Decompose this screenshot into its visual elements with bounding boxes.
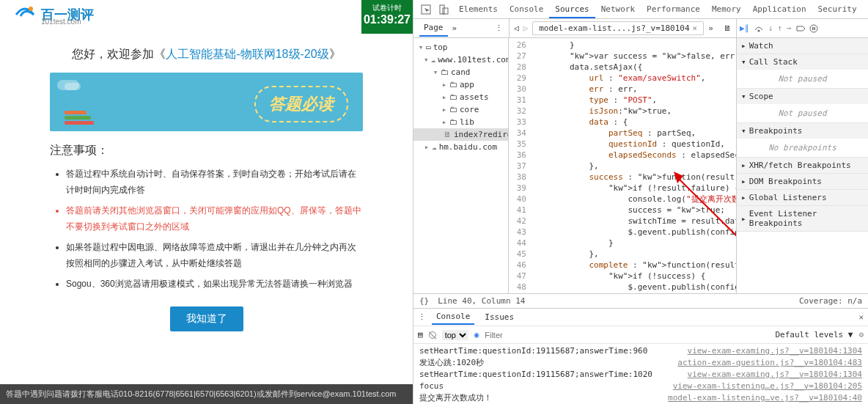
tree-folder[interactable]: ▸🗀assets: [413, 91, 508, 103]
callstack-label: Call Stack: [749, 57, 798, 67]
step-icon[interactable]: →: [787, 23, 792, 33]
clear-console-icon[interactable]: [429, 331, 436, 339]
devtools-tab-application[interactable]: Application: [747, 1, 812, 17]
inspect-icon[interactable]: [421, 4, 431, 15]
tree-folder[interactable]: ▸🗀lib: [413, 116, 508, 128]
devtools-subtabs: Page » ⋮ ◁ ▷ model-exam-list....js?_v=18…: [413, 19, 868, 38]
exam-page: 百一测评 101test.com 试卷计时 01:39:27 您好，欢迎参加《人…: [0, 0, 413, 404]
ok-button[interactable]: 我知道了: [170, 306, 243, 331]
source-link[interactable]: view-exam-examing.js?__v=180104:1304: [688, 346, 862, 356]
tree-hm[interactable]: hm.baidu.com: [439, 142, 497, 152]
tree-domain[interactable]: www.101test.com: [438, 55, 509, 65]
devtools: ElementsConsoleSourcesNetworkPerformance…: [413, 0, 868, 404]
console-tab[interactable]: Console: [432, 309, 474, 325]
file-tree[interactable]: ▾▭top ▾☁www.101test.com ▾🗀cand ▸🗀app▸🗀as…: [413, 38, 509, 293]
devtools-tab-elements[interactable]: Elements: [453, 1, 504, 17]
console-drawer: ⋮ Console Issues ✕ ▤ top ◉ Default level…: [413, 308, 868, 404]
issues-tab[interactable]: Issues: [480, 310, 518, 324]
console-row: setHeartTime:questionId:19115687;answerT…: [413, 369, 868, 381]
step-over-icon[interactable]: [754, 24, 764, 33]
greeting-prefix: 您好，欢迎参加《: [72, 48, 166, 60]
editor-status: {} Line 40, Column 14 Coverage: n/a: [413, 293, 868, 308]
source-link[interactable]: action-exam-question.js?__v=180104:483: [677, 358, 862, 368]
devtools-tab-network[interactable]: Network: [595, 1, 641, 17]
context-select[interactable]: top: [442, 330, 468, 340]
tree-folder[interactable]: ▸🗀app: [413, 78, 508, 91]
devtools-tab-console[interactable]: Console: [504, 1, 549, 17]
nav-back-icon[interactable]: ◁: [514, 23, 519, 33]
devtools-tab-sources[interactable]: Sources: [549, 1, 595, 18]
devtools-tab-security[interactable]: Security: [812, 1, 863, 17]
subtabs-more[interactable]: »: [452, 23, 457, 33]
levels-dropdown[interactable]: Default levels ▼: [775, 330, 853, 339]
notice-item: 答题前请关闭其他浏览器窗口，关闭可能弹窗的应用如QQ、屏保等，答题中不要切换到考…: [66, 202, 363, 235]
notice-heading: 注意事项：: [50, 143, 363, 158]
event-bp-section[interactable]: ▸Event Listener Breakpoints: [737, 206, 868, 231]
logo-icon: [13, 6, 37, 23]
exam-title: 人工智能基础-物联网18级-20级: [166, 48, 328, 60]
devtools-tabs: ElementsConsoleSourcesNetworkPerformance…: [413, 0, 868, 19]
banner-badge: 答题必读: [254, 86, 348, 122]
svg-rect-2: [440, 5, 444, 14]
console-settings-icon[interactable]: ⚙: [858, 330, 864, 339]
console-row: 发送心跳:1020秒action-exam-question.js?__v=18…: [413, 357, 868, 369]
source-link[interactable]: view-exam-examing.js?__v=180104:1304: [688, 370, 862, 380]
xhr-label: XHR/fetch Breakpoints: [749, 161, 851, 170]
tree-cand[interactable]: cand: [451, 67, 471, 77]
notice-item: 如果答题过程中因电源、网络故障等造成中断，请退出并在几分钟之内再次按照相同的步骤…: [66, 239, 363, 271]
file-menu-icon[interactable]: 🗎: [724, 23, 732, 33]
tree-file[interactable]: index?redirect=0: [454, 130, 509, 139]
watch-section[interactable]: ▸Watch: [737, 38, 868, 54]
cloud-icon: ☁: [432, 142, 437, 152]
notice-item: Sogou、360浏览器请用极速模式，如果出现异常无法答题请换一种浏览器: [66, 276, 363, 292]
callstack-empty: Not paused: [737, 70, 868, 88]
file-tabs-more[interactable]: »: [708, 23, 713, 33]
footer: 答题中遇到问题请拨打客服电话010-8216(6778|6561|6570|65…: [0, 384, 413, 404]
global-label: Global Listeners: [749, 193, 827, 202]
resume-icon[interactable]: ▶∥: [740, 23, 749, 33]
svg-rect-7: [812, 27, 814, 30]
code-editor[interactable]: 26 27 28 29 30 31 32 33 34 35 36 37 38 3…: [509, 38, 736, 293]
source-file-tab[interactable]: model-exam-list....js?_v=180104 ×: [532, 21, 704, 35]
tabs-more[interactable]: »: [864, 1, 868, 17]
timer-label: 试卷计时: [361, 3, 413, 13]
books-icon: [65, 111, 94, 125]
svg-rect-8: [814, 27, 815, 30]
drawer-close-icon[interactable]: ✕: [858, 312, 864, 322]
timer-value: 01:39:27: [361, 13, 413, 26]
debugger-sidebar: ▸Watch ▾Call StackNot paused ▾ScopeNot p…: [736, 38, 868, 293]
devtools-tab-memory[interactable]: Memory: [706, 1, 747, 17]
devtools-tab-performance[interactable]: Performance: [641, 1, 706, 17]
bp-label: Breakpoints: [749, 126, 803, 136]
file-tab-close-icon[interactable]: ×: [693, 23, 698, 33]
step-into-icon[interactable]: ↓: [768, 23, 773, 33]
dom-bp-section[interactable]: ▸DOM Breakpoints: [737, 174, 868, 189]
drawer-menu-icon[interactable]: ⋮: [418, 312, 426, 322]
source-link[interactable]: view-exam-listening…e.js?__v=180104:205: [673, 381, 862, 392]
breakpoints-section[interactable]: ▾Breakpoints: [737, 123, 868, 139]
pause-exceptions-icon[interactable]: [809, 24, 818, 33]
nav-fwd-icon[interactable]: ▷: [523, 23, 529, 33]
callstack-section[interactable]: ▾Call Stack: [737, 54, 868, 70]
tree-folder[interactable]: ▸🗀core: [413, 103, 508, 116]
tree-top[interactable]: top: [433, 43, 448, 52]
page-tab[interactable]: Page: [419, 20, 448, 37]
greeting-suffix: 》: [329, 48, 341, 60]
sidebar-toggle-icon[interactable]: ▤: [418, 330, 423, 339]
svg-point-6: [810, 25, 817, 32]
cursor-position: Line 40, Column 14: [438, 296, 525, 306]
console-filter-input[interactable]: [485, 331, 769, 339]
device-icon[interactable]: [438, 4, 449, 15]
source-link[interactable]: model-exam-listening…ve.js?__v=180104:40: [668, 393, 862, 403]
svg-point-5: [757, 29, 760, 32]
step-out-icon[interactable]: ↑: [777, 23, 782, 33]
scope-label: Scope: [749, 92, 773, 101]
svg-point-0: [29, 7, 33, 11]
deactivate-bp-icon[interactable]: [796, 24, 805, 33]
global-listeners-section[interactable]: ▸Global Listeners: [737, 190, 868, 205]
logo-domain: 101test.com: [41, 18, 81, 26]
xhr-bp-section[interactable]: ▸XHR/fetch Breakpoints: [737, 158, 868, 173]
coverage-info: Coverage: n/a: [799, 296, 862, 306]
scope-section[interactable]: ▾Scope: [737, 89, 868, 104]
devtools-body: ▾▭top ▾☁www.101test.com ▾🗀cand ▸🗀app▸🗀as…: [413, 38, 868, 293]
